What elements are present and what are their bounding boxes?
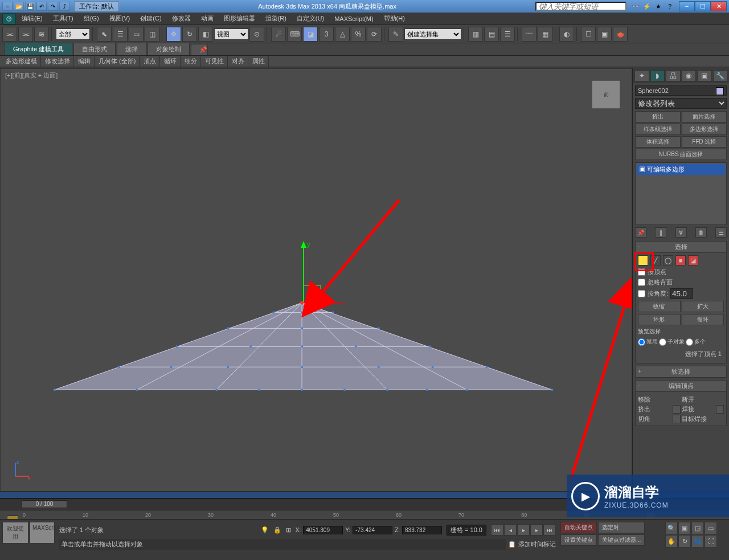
create-tab-icon[interactable]: ✦ [634, 70, 649, 81]
snap-percent-icon[interactable]: % [351, 27, 366, 42]
polygon-subobj-icon[interactable]: ■ [675, 255, 686, 265]
chamfer-button[interactable]: 切角 [638, 415, 671, 423]
material-icon[interactable]: ◐ [559, 27, 574, 42]
curve-editor-icon[interactable]: 〰 [522, 27, 536, 42]
rb-poly-model[interactable]: 多边形建模 [2, 56, 41, 67]
set-key-button[interactable]: 设置关键点 [560, 534, 597, 546]
prev-frame-icon[interactable]: ◂ [504, 524, 517, 536]
pin-stack-icon[interactable]: 📌 [635, 227, 646, 238]
ribbon-pin-icon[interactable]: 📌 [191, 44, 208, 55]
pan-icon[interactable]: ✋ [665, 535, 678, 547]
angle-input[interactable] [670, 288, 693, 299]
rollout-edit-vertex-header[interactable]: 编辑顶点 [635, 380, 727, 392]
menu-create[interactable]: 创建(C) [136, 13, 166, 24]
rb-modify-sel[interactable]: 修改选择 [42, 56, 74, 67]
target-weld-button[interactable]: 目标焊接 [682, 415, 715, 423]
loop-button[interactable]: 循环 [682, 314, 724, 325]
shrink-button[interactable]: 收缩 [638, 301, 681, 312]
layers-icon[interactable]: ☰ [500, 27, 515, 42]
align-icon[interactable]: ▤ [484, 27, 499, 42]
rollout-soft-header[interactable]: 软选择 [635, 366, 727, 378]
menu-customize[interactable]: 自定义(U) [292, 13, 329, 24]
zoom-extents-icon[interactable]: ◲ [691, 522, 704, 534]
lock-selection-icon[interactable]: 🔒 [273, 526, 281, 534]
play-icon[interactable]: ▸ [517, 524, 530, 536]
snap3-icon[interactable]: 3 [319, 27, 334, 42]
modifier-stack[interactable]: ▣ 可编辑多边形 [635, 162, 727, 225]
ref-coord-dropdown[interactable]: 视图 [214, 28, 248, 40]
rb-subdiv[interactable]: 细分 [181, 56, 201, 67]
close-button[interactable]: ✕ [711, 1, 727, 11]
menu-modifiers[interactable]: 修改器 [167, 13, 195, 24]
workbench-selector[interactable]: 工作台: 默认 [74, 1, 119, 12]
x-coord-input[interactable]: 4051.309 [303, 526, 343, 534]
select-name-icon[interactable]: ☰ [113, 27, 128, 42]
weld-settings-icon[interactable] [716, 405, 724, 414]
grow-button[interactable]: 扩大 [682, 301, 724, 312]
maximize-button[interactable]: ☐ [695, 1, 711, 11]
tab-graphite[interactable]: Graphite 建模工具 [5, 43, 72, 55]
preview-multi-radio[interactable] [686, 338, 693, 346]
motion-tab-icon[interactable]: ◉ [682, 70, 697, 81]
snap-angle-icon[interactable]: △ [335, 27, 350, 42]
mod-extrude[interactable]: 挤出 [635, 111, 681, 122]
border-subobj-icon[interactable]: ◯ [663, 255, 673, 265]
favorites-icon[interactable]: ★ [654, 2, 663, 11]
viewport-front[interactable]: [+][前][真实 + 边面] 前 [0, 68, 632, 492]
key-filters-button[interactable]: 关键点过滤器... [598, 534, 645, 546]
binoculars-icon[interactable]: 👓 [631, 2, 640, 11]
element-subobj-icon[interactable]: ◪ [688, 255, 698, 265]
help-icon[interactable]: ? [665, 2, 674, 11]
zoom-region-icon[interactable]: ▭ [705, 522, 717, 534]
spinner-icon[interactable]: ⟳ [367, 27, 382, 42]
menu-animation[interactable]: 动画 [196, 13, 218, 24]
named-sel-edit-icon[interactable]: ✎ [388, 27, 403, 42]
walk-icon[interactable]: 👣 [691, 535, 704, 547]
menu-group[interactable]: 组(G) [79, 13, 104, 24]
mini-listener-button[interactable]: MAXScript [30, 522, 55, 543]
auto-key-button[interactable]: 自动关键点 [560, 522, 597, 533]
mod-spline-select[interactable]: 样条线选择 [635, 124, 681, 135]
ignore-back-checkbox[interactable] [638, 279, 645, 286]
rotate-icon[interactable]: ↻ [182, 27, 197, 42]
menu-edit[interactable]: 编辑(E) [17, 13, 47, 24]
show-end-icon[interactable]: ∥ [655, 227, 666, 238]
rb-loop[interactable]: 循环 [161, 56, 181, 67]
mod-poly-select[interactable]: 多边形选择 [682, 124, 727, 135]
z-coord-input[interactable]: 833.732 [402, 526, 442, 534]
tab-freeform[interactable]: 自由形式 [73, 43, 116, 55]
minimize-button[interactable]: − [679, 1, 695, 11]
mod-vol-select[interactable]: 体积选择 [635, 136, 681, 148]
hierarchy-tab-icon[interactable]: 品 [666, 70, 681, 81]
break-button[interactable]: 断开 [682, 395, 724, 404]
scale-icon[interactable]: ◧ [198, 27, 213, 42]
link-icon[interactable]: ⫘ [2, 27, 17, 42]
app-menu-icon[interactable]: ◷ [2, 13, 16, 24]
make-unique-icon[interactable]: ∀ [675, 227, 687, 238]
select-icon[interactable]: ⬉ [97, 27, 112, 42]
render-icon[interactable]: 🫖 [613, 27, 628, 42]
menu-maxscript[interactable]: MAXScript(M) [330, 14, 378, 23]
chamfer-settings-icon[interactable] [673, 415, 681, 423]
tab-selection[interactable]: 选择 [117, 43, 146, 55]
qat-new-icon[interactable]: ▫ [2, 2, 13, 11]
time-tag-icon[interactable]: 📋 [508, 541, 516, 548]
menu-views[interactable]: 视图(V) [105, 13, 135, 24]
configure-icon[interactable]: ☰ [715, 227, 727, 238]
keyboard-icon[interactable]: ⌨ [287, 27, 302, 42]
mod-nurbs-select[interactable]: NURBS 曲面选择 [635, 149, 727, 160]
remove-button[interactable]: 移除 [638, 395, 681, 404]
modifier-list-dropdown[interactable]: 修改器列表 [635, 98, 727, 109]
rb-vertex[interactable]: 顶点 [140, 56, 160, 67]
rb-align[interactable]: 对齐 [228, 56, 248, 67]
move-icon[interactable]: ✥ [166, 27, 181, 42]
qat-link-icon[interactable]: ⤴ [59, 2, 69, 11]
manipulate-icon[interactable]: ☄ [271, 27, 286, 42]
goto-start-icon[interactable]: ⏮ [491, 524, 503, 536]
modify-tab-icon[interactable]: ◗ [650, 70, 665, 81]
extrude-vertex-button[interactable]: 挤出 [638, 405, 671, 414]
goto-end-icon[interactable]: ⏭ [543, 524, 556, 536]
menu-rendering[interactable]: 渲染(R) [261, 13, 291, 24]
orbit-icon[interactable]: ↻ [678, 535, 691, 547]
preview-subobj-radio[interactable] [659, 338, 666, 346]
